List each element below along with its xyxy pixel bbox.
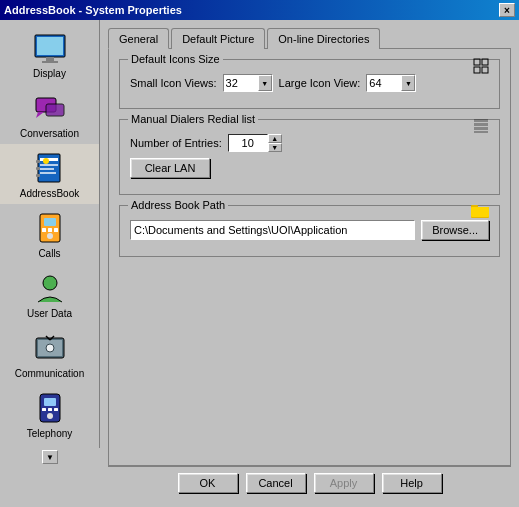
svg-rect-8: [40, 158, 58, 161]
svg-rect-44: [471, 207, 489, 217]
addressbook-icon: [32, 150, 68, 186]
communication-icon: [32, 330, 68, 366]
svg-point-18: [47, 233, 53, 239]
tabs-bar: GeneralDefault PictureOn-line Directorie…: [108, 28, 511, 49]
close-button[interactable]: ×: [499, 3, 515, 17]
svg-marker-5: [36, 112, 44, 118]
group-address-book-path-title: Address Book Path: [128, 199, 228, 211]
folder-icon: [471, 204, 489, 218]
group-address-book-path: Address Book Path Browse...: [119, 205, 500, 257]
svg-point-25: [46, 344, 54, 352]
svg-rect-20: [48, 228, 52, 232]
apply-button[interactable]: Apply: [314, 473, 374, 493]
svg-rect-35: [482, 59, 488, 65]
svg-rect-15: [36, 174, 40, 177]
entries-spin-up[interactable]: ▲: [268, 134, 282, 143]
browse-button[interactable]: Browse...: [421, 220, 489, 240]
sidebar: DisplayConversationAddressBookCallsUser …: [0, 20, 100, 507]
clear-lan-button[interactable]: Clear LAN: [130, 158, 210, 178]
svg-point-12: [43, 158, 49, 164]
svg-rect-10: [40, 168, 54, 170]
group-manual-dialers: Manual Dialers Redial list Number of Ent…: [119, 119, 500, 195]
small-icon-row: Small Icon Views: 1624324864 ▼ Large Ico…: [130, 74, 489, 92]
sidebar-item-communication[interactable]: Communication: [0, 324, 99, 384]
conversation-icon: [32, 90, 68, 126]
title-bar: AddressBook - System Properties ×: [0, 0, 519, 20]
calls-icon: [32, 210, 68, 246]
list-icon: [473, 118, 489, 134]
group-manual-dialers-title: Manual Dialers Redial list: [128, 113, 258, 125]
tab-online_directories[interactable]: On-line Directories: [267, 28, 380, 49]
large-icon-select-wrapper: 1624324864 ▼: [366, 74, 416, 92]
svg-rect-6: [46, 104, 64, 116]
bottom-bar: OK Cancel Apply Help: [108, 466, 511, 499]
svg-rect-17: [44, 218, 56, 226]
sidebar-list: DisplayConversationAddressBookCallsUser …: [0, 20, 100, 448]
sidebar-item-telephony[interactable]: Telephony: [0, 384, 99, 444]
svg-rect-3: [42, 61, 58, 63]
sidebar-label-telephony: Telephony: [27, 428, 73, 439]
svg-rect-33: [54, 408, 58, 411]
sidebar-item-calls[interactable]: Calls: [0, 204, 99, 264]
tab-panel: Default Icons Size Small Icon Views: 162…: [108, 48, 511, 466]
svg-rect-13: [36, 160, 40, 163]
svg-rect-21: [54, 228, 58, 232]
sidebar-label-calls: Calls: [38, 248, 60, 259]
svg-rect-38: [474, 119, 488, 122]
svg-rect-9: [40, 164, 58, 166]
small-icon-select-wrapper: 1624324864 ▼: [223, 74, 273, 92]
telephony-icon: [32, 390, 68, 426]
userdata-icon: [32, 270, 68, 306]
small-icon-select[interactable]: 1624324864: [223, 74, 273, 92]
svg-rect-37: [482, 67, 488, 73]
svg-rect-1: [37, 37, 63, 55]
entries-spin-down[interactable]: ▼: [268, 143, 282, 152]
entries-spin-buttons: ▲ ▼: [268, 134, 282, 152]
sidebar-item-addressbook[interactable]: AddressBook: [0, 144, 99, 204]
display-icon: [32, 30, 68, 66]
path-input[interactable]: [130, 220, 415, 240]
svg-rect-2: [46, 57, 54, 61]
sidebar-label-display: Display: [33, 68, 66, 79]
help-button[interactable]: Help: [382, 473, 442, 493]
svg-rect-14: [36, 167, 40, 170]
svg-rect-34: [474, 59, 480, 65]
sidebar-scroll-down[interactable]: ▼: [42, 450, 58, 464]
grid-icon: [473, 58, 489, 74]
sidebar-label-addressbook: AddressBook: [20, 188, 79, 199]
entries-row: Number of Entries: ▲ ▼: [130, 134, 489, 152]
entries-input[interactable]: [228, 134, 268, 152]
content-area: GeneralDefault PictureOn-line Directorie…: [100, 20, 519, 507]
entries-label: Number of Entries:: [130, 137, 222, 149]
sidebar-label-conversation: Conversation: [20, 128, 79, 139]
svg-rect-40: [474, 127, 488, 130]
svg-point-22: [43, 276, 57, 290]
group-default-icons: Default Icons Size Small Icon Views: 162…: [119, 59, 500, 109]
svg-rect-39: [474, 123, 488, 126]
large-icon-select[interactable]: 1624324864: [366, 74, 416, 92]
sidebar-item-userdata[interactable]: User Data: [0, 264, 99, 324]
svg-point-30: [47, 413, 53, 419]
main-container: DisplayConversationAddressBookCallsUser …: [0, 20, 519, 507]
entries-spin: ▲ ▼: [228, 134, 282, 152]
svg-rect-11: [40, 172, 56, 174]
tab-default_picture[interactable]: Default Picture: [171, 28, 265, 49]
small-icon-label: Small Icon Views:: [130, 77, 217, 89]
svg-rect-36: [474, 67, 480, 73]
path-row: Browse...: [130, 220, 489, 240]
svg-rect-19: [42, 228, 46, 232]
window-title: AddressBook - System Properties: [4, 4, 182, 16]
tab-general[interactable]: General: [108, 28, 169, 49]
clear-lan-row: Clear LAN: [130, 158, 489, 178]
sidebar-label-userdata: User Data: [27, 308, 72, 319]
large-icon-label: Large Icon View:: [279, 77, 361, 89]
sidebar-item-conversation[interactable]: Conversation: [0, 84, 99, 144]
cancel-button[interactable]: Cancel: [246, 473, 306, 493]
sidebar-item-display[interactable]: Display: [0, 24, 99, 84]
svg-rect-41: [474, 131, 488, 133]
svg-rect-31: [42, 408, 46, 411]
ok-button[interactable]: OK: [178, 473, 238, 493]
svg-rect-29: [44, 398, 56, 406]
svg-rect-32: [48, 408, 52, 411]
group-default-icons-title: Default Icons Size: [128, 53, 223, 65]
